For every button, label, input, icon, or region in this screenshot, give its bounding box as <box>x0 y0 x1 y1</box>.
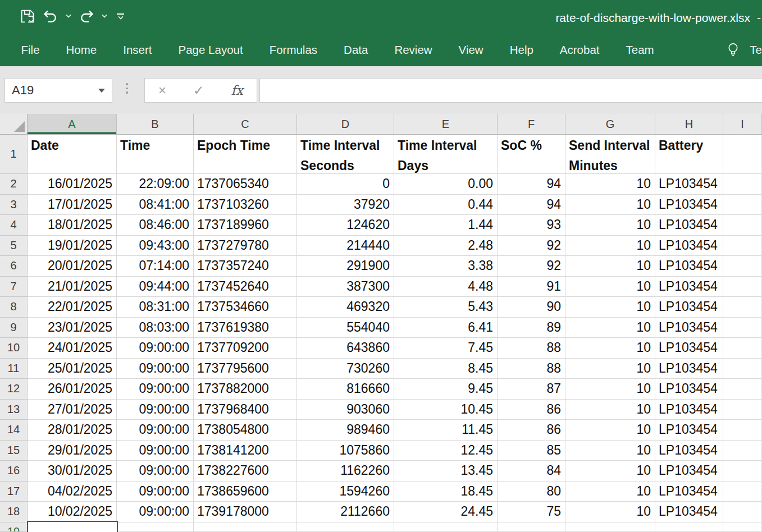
row-header-16[interactable]: 16 <box>0 461 28 481</box>
cell-C3[interactable]: 1737103260 <box>194 195 297 215</box>
cell-H11[interactable]: LP103454 <box>655 359 723 379</box>
cell-C16[interactable]: 1738227600 <box>194 461 297 481</box>
cell-B4[interactable]: 08:46:00 <box>117 215 194 236</box>
cell-D1[interactable]: Time Interval Seconds <box>297 135 394 174</box>
row-header-18[interactable]: 18 <box>0 502 28 522</box>
cell-I16[interactable] <box>723 461 762 481</box>
cell-H15[interactable]: LP103454 <box>655 441 723 461</box>
cell-I2[interactable] <box>723 174 762 195</box>
tell-me-group[interactable]: Te <box>726 42 762 58</box>
row-header-8[interactable]: 8 <box>0 297 28 318</box>
cell-C1[interactable]: Epoch Time <box>194 135 297 174</box>
cell-I10[interactable] <box>723 338 762 359</box>
cell-B9[interactable]: 08:03:00 <box>117 318 194 338</box>
cell-F15[interactable]: 85 <box>498 441 565 461</box>
cell-A10[interactable]: 24/01/2025 <box>28 338 117 359</box>
redo-dropdown-icon[interactable] <box>101 15 108 17</box>
cell-I4[interactable] <box>723 215 762 236</box>
cell-E8[interactable]: 5.43 <box>394 297 498 318</box>
cell-G15[interactable]: 10 <box>565 441 655 461</box>
cell-E13[interactable]: 10.45 <box>394 400 498 420</box>
cell-H3[interactable]: LP103454 <box>655 195 723 215</box>
tab-insert[interactable]: Insert <box>110 43 165 57</box>
cell-B16[interactable]: 09:00:00 <box>117 461 194 481</box>
cell-E10[interactable]: 7.45 <box>394 338 498 359</box>
cell-D16[interactable]: 1162260 <box>297 461 394 481</box>
cell-A4[interactable]: 18/01/2025 <box>28 215 117 236</box>
cell-B18[interactable]: 09:00:00 <box>117 502 194 522</box>
cell-D4[interactable]: 124620 <box>297 215 394 236</box>
cell-A14[interactable]: 28/01/2025 <box>28 420 117 441</box>
name-box[interactable]: A19 <box>4 78 112 103</box>
cell-D6[interactable]: 291900 <box>297 256 394 277</box>
cell-G4[interactable]: 10 <box>565 215 655 236</box>
row-header-4[interactable]: 4 <box>0 215 28 236</box>
cell-E16[interactable]: 13.45 <box>394 461 498 481</box>
cell-F10[interactable]: 88 <box>498 338 565 359</box>
row-header-5[interactable]: 5 <box>0 236 28 256</box>
cell-E2[interactable]: 0.00 <box>394 174 498 195</box>
cell-B13[interactable]: 09:00:00 <box>117 400 194 420</box>
cell-B2[interactable]: 22:09:00 <box>117 174 194 195</box>
row-header-19[interactable]: 19 <box>0 522 28 532</box>
undo-button[interactable] <box>42 9 60 24</box>
cell-H9[interactable]: LP103454 <box>655 318 723 338</box>
cell-G7[interactable]: 10 <box>565 277 655 297</box>
cell-G14[interactable]: 10 <box>565 420 655 441</box>
cell-E1[interactable]: Time Interval Days <box>394 135 498 174</box>
cell-C10[interactable]: 1737709200 <box>194 338 297 359</box>
cell-G3[interactable]: 10 <box>565 195 655 215</box>
cell-A12[interactable]: 26/01/2025 <box>28 379 117 400</box>
cell-B6[interactable]: 07:14:00 <box>117 256 194 277</box>
cell-B19[interactable] <box>117 522 194 532</box>
column-header-A[interactable]: A <box>28 114 117 135</box>
cell-B14[interactable]: 09:00:00 <box>117 420 194 441</box>
row-header-1[interactable]: 1 <box>0 135 28 174</box>
cell-G19[interactable] <box>565 522 655 532</box>
cell-A7[interactable]: 21/01/2025 <box>28 277 117 297</box>
cell-E18[interactable]: 24.45 <box>394 502 498 522</box>
cell-F18[interactable]: 75 <box>498 502 565 522</box>
cell-C13[interactable]: 1737968400 <box>194 400 297 420</box>
cell-I7[interactable] <box>723 277 762 297</box>
column-header-D[interactable]: D <box>297 114 394 135</box>
row-header-15[interactable]: 15 <box>0 441 28 461</box>
cell-F17[interactable]: 80 <box>498 481 565 502</box>
cell-A1[interactable]: Date <box>28 135 117 174</box>
cell-D7[interactable]: 387300 <box>297 277 394 297</box>
tab-acrobat[interactable]: Acrobat <box>546 43 613 57</box>
cell-G10[interactable]: 10 <box>565 338 655 359</box>
row-header-14[interactable]: 14 <box>0 420 28 441</box>
cell-D3[interactable]: 37920 <box>297 195 394 215</box>
cell-F1[interactable]: SoC % <box>498 135 565 174</box>
cell-H7[interactable]: LP103454 <box>655 277 723 297</box>
cell-A16[interactable]: 30/01/2025 <box>28 461 117 481</box>
cell-H2[interactable]: LP103454 <box>655 174 723 195</box>
row-header-2[interactable]: 2 <box>0 174 28 195</box>
cell-A18[interactable]: 10/02/2025 <box>28 502 117 522</box>
cell-C2[interactable]: 1737065340 <box>194 174 297 195</box>
redo-button[interactable] <box>77 9 95 24</box>
cell-I6[interactable] <box>723 256 762 277</box>
cell-C5[interactable]: 1737279780 <box>194 236 297 256</box>
cell-G1[interactable]: Send Interval Minutes <box>565 135 655 174</box>
cell-E19[interactable] <box>394 522 498 532</box>
cell-A2[interactable]: 16/01/2025 <box>28 174 117 195</box>
cell-I8[interactable] <box>723 297 762 318</box>
cell-C19[interactable] <box>194 522 297 532</box>
cell-G11[interactable]: 10 <box>565 359 655 379</box>
cell-E3[interactable]: 0.44 <box>394 195 498 215</box>
cell-C18[interactable]: 1739178000 <box>194 502 297 522</box>
name-box-dropdown-icon[interactable] <box>98 89 105 93</box>
cell-A13[interactable]: 27/01/2025 <box>28 400 117 420</box>
cell-F14[interactable]: 86 <box>498 420 565 441</box>
cell-E17[interactable]: 18.45 <box>394 481 498 502</box>
cell-D8[interactable]: 469320 <box>297 297 394 318</box>
column-header-C[interactable]: C <box>194 114 297 135</box>
cell-D11[interactable]: 730260 <box>297 359 394 379</box>
cell-A15[interactable]: 29/01/2025 <box>28 441 117 461</box>
cell-F12[interactable]: 87 <box>498 379 565 400</box>
cell-H10[interactable]: LP103454 <box>655 338 723 359</box>
cell-B17[interactable]: 09:00:00 <box>117 481 194 502</box>
cell-F6[interactable]: 92 <box>498 256 565 277</box>
